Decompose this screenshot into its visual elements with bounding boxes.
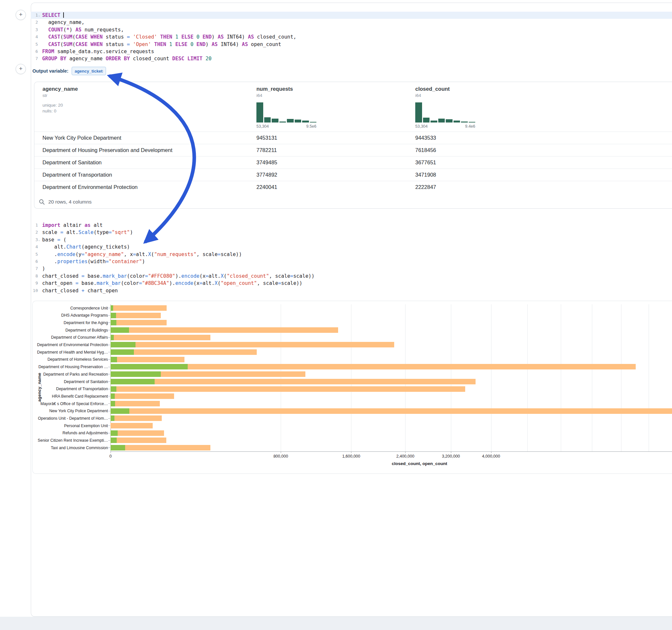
chart-output-card: agency_name closed_count, open_count 080… [32, 301, 672, 474]
text-cursor [63, 12, 64, 18]
y-axis-domain-line [111, 304, 111, 452]
table-cell: 3749485 [257, 156, 277, 169]
code-line-text: import altair as alt [41, 222, 103, 229]
sql-editor[interactable]: 1⌄SELECT 2 agency_name,3 COUNT(*) AS num… [31, 12, 672, 63]
python-line[interactable]: 7) [31, 265, 672, 272]
sql-line[interactable]: 6FROM sample_data.nyc.service_requests [31, 48, 672, 55]
chart-x-axis-title: closed_count, open_count [391, 461, 447, 466]
line-number: 1 [31, 222, 41, 229]
table-cell: 2222847 [415, 181, 436, 193]
table-row[interactable]: Department of Sanitation37494853677651 [34, 156, 672, 169]
table-cell: 9453131 [257, 132, 277, 144]
histogram-bar [295, 120, 302, 122]
sql-line[interactable]: 4 CAST(SUM(CASE WHEN status = 'Closed' T… [31, 33, 672, 41]
histogram-bar [280, 122, 286, 122]
sql-line[interactable]: 2 agency_name, [31, 19, 672, 26]
y-axis-tick [108, 396, 110, 396]
histogram-bar [264, 117, 271, 122]
histogram-bar [438, 119, 445, 122]
sql-line[interactable]: 3 COUNT(*) AS num_requests, [31, 26, 672, 33]
y-axis-tick [108, 367, 110, 367]
python-editor[interactable]: 1import altair as alt2scale = alt.Scale(… [31, 222, 672, 294]
line-number: 1⌄ [31, 12, 41, 19]
table-row[interactable]: Department of Environmental Protection22… [34, 181, 672, 193]
fold-caret-icon[interactable]: ⌄ [38, 236, 40, 243]
gridline [281, 304, 281, 452]
column-header[interactable]: num_requestsi64 [257, 86, 293, 98]
python-line[interactable]: 9chart_open = base.mark_bar(color="#8BC3… [31, 280, 672, 287]
line-number: 7 [31, 55, 41, 62]
y-axis-tick-label: Department of Housing Preservation … [33, 365, 108, 369]
column-header[interactable]: closed_counti64 [415, 86, 450, 98]
line-number: 6 [31, 48, 41, 55]
histogram-bar [469, 122, 476, 122]
sql-line[interactable]: 7GROUP BY agency_name ORDER BY closed_co… [31, 55, 672, 62]
python-line[interactable]: 10chart_closed + chart_open [31, 287, 672, 294]
sql-line[interactable]: 1⌄SELECT [31, 12, 672, 19]
y-axis-tick-label: Correspondence Unit [33, 306, 108, 311]
column-stats: unique: 20nulls: 0 [43, 102, 63, 114]
python-line[interactable]: 4 alt.Chart(agency_tickets) [31, 243, 672, 250]
histogram-bar [287, 119, 294, 122]
code-line-text: base = ( [41, 236, 67, 243]
y-axis-tick-label: Operations Unit - Department of Hom… [33, 416, 108, 421]
python-line[interactable]: 1import altair as alt [31, 222, 672, 229]
add-cell-button-top[interactable]: + [16, 10, 26, 20]
closed-count-bar [111, 386, 465, 392]
python-line[interactable]: 3⌄base = ( [31, 236, 672, 243]
table-row[interactable]: New York City Police Department945313194… [34, 131, 672, 144]
code-line-text: alt.Chart(agency_tickets) [41, 243, 130, 250]
table-row[interactable]: Department of Housing Preservation and D… [34, 144, 672, 156]
y-axis-tick-label: Department of Transportation [33, 387, 108, 391]
column-name: num_requests [257, 86, 293, 92]
python-line[interactable]: 5 .encode(y="agency_name", x=alt.X("num_… [31, 251, 672, 258]
add-cell-button-middle[interactable]: + [16, 64, 26, 74]
gridline [649, 304, 649, 452]
closed-count-bar [111, 423, 153, 429]
open-count-bar [111, 335, 114, 340]
page-bottom-gutter [0, 617, 672, 630]
y-axis-tick [108, 440, 110, 441]
open-count-bar [111, 415, 115, 421]
closed-count-bar [111, 415, 162, 421]
fold-caret-icon[interactable]: ⌄ [38, 12, 40, 19]
y-axis-tick-label: Department of Sanitation [33, 380, 108, 384]
output-variable-chip[interactable]: agency_tickets [72, 67, 106, 75]
python-line[interactable]: 6 .properties(width="container") [31, 258, 672, 265]
y-axis-tick-label: Mayorâ€ s Office of Special Enforce… [33, 402, 108, 406]
chart-plot-area[interactable]: closed_count, open_count 0800,0001,600,0… [111, 304, 672, 452]
y-axis-tick [108, 411, 110, 411]
histogram-bar [302, 121, 309, 122]
histogram-range-labels: 53,3049.4e6 [415, 124, 475, 129]
sql-line[interactable]: 5 CAST(SUM(CASE WHEN status = 'Open' THE… [31, 41, 672, 48]
python-line[interactable]: 2scale = alt.Scale(type="sqrt") [31, 229, 672, 236]
histogram-bar [431, 121, 437, 122]
y-axis-tick-label: Refunds and Adjustments [33, 431, 108, 435]
table-row[interactable]: Department of Transportation377489234719… [34, 169, 672, 181]
x-axis-tick [111, 452, 111, 453]
python-line[interactable]: 8chart_closed = base.mark_bar(color="#FF… [31, 272, 672, 280]
open-count-bar [111, 371, 161, 377]
y-axis-tick-label: Department of Consumer Affairs [33, 335, 108, 340]
open-count-bar [111, 379, 154, 384]
y-axis-tick [108, 382, 110, 382]
search-icon[interactable] [39, 199, 45, 205]
gridline [451, 304, 451, 452]
y-axis-tick-label: Taxi and Limousine Commission [33, 445, 108, 450]
code-line-text: scale = alt.Scale(type="sqrt") [41, 229, 133, 236]
open-count-bar [111, 437, 117, 443]
line-number: 3 [31, 26, 41, 33]
histogram-bar [454, 121, 460, 122]
table-cell: Department of Housing Preservation and D… [43, 144, 172, 156]
x-axis-tick [451, 452, 451, 453]
y-axis-tick-label: HRA Benefit Card Replacement [33, 394, 108, 398]
column-header[interactable]: agency_namestr [43, 86, 78, 98]
y-axis-tick-label: DHS Advantage Programs [33, 313, 108, 318]
closed-count-bar [111, 364, 636, 369]
closed-count-bar [111, 393, 174, 399]
open-count-bar [111, 364, 188, 369]
code-line-text: COUNT(*) AS num_requests, [41, 26, 124, 33]
notebook-page: + + 1⌄SELECT 2 agency_name,3 COUNT(*) AS… [0, 0, 672, 630]
code-line-text: ) [41, 265, 45, 272]
open-count-bar [111, 445, 125, 451]
